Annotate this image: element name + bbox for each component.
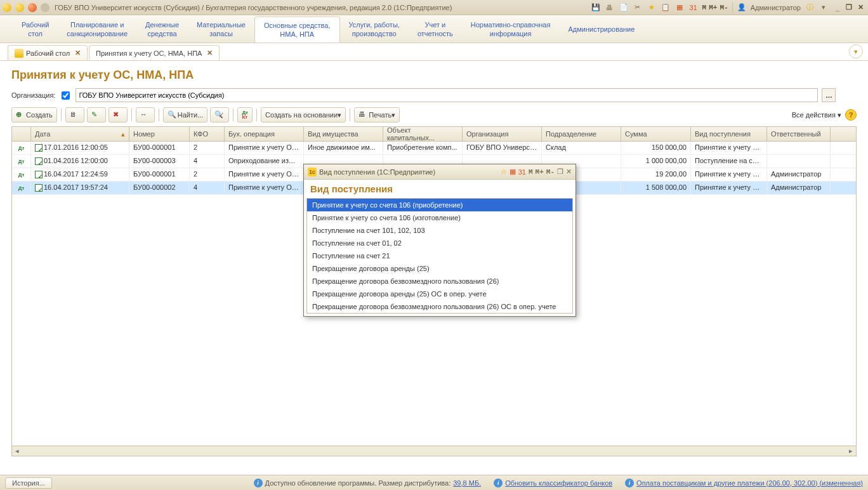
tab-docs[interactable]: Принятия к учету ОС, НМА, НПА ✕ <box>89 45 220 60</box>
popup-list-item[interactable]: Поступление на счет 21 <box>307 249 572 262</box>
all-actions-button[interactable]: Все действия ▾ <box>792 111 841 119</box>
nav-money[interactable]: Денежныесредства <box>136 15 188 43</box>
calendar-icon[interactable]: 31 <box>688 3 699 13</box>
swap-icon: ↔ <box>140 110 149 119</box>
info-icon: i <box>625 479 634 487</box>
sysbtn-1c-icon[interactable] <box>3 3 11 12</box>
col-org[interactable]: Организация <box>463 127 542 141</box>
nav-planning[interactable]: Планирование исанкционирование <box>58 15 136 43</box>
cut-icon[interactable]: ✂ <box>633 3 643 13</box>
help-button[interactable]: ? <box>845 109 857 121</box>
create-based-button[interactable]: Создать на основании ▾ <box>261 107 346 122</box>
download-size-link[interactable]: 39,8 МБ. <box>453 479 481 487</box>
edit-button[interactable]: ✎ <box>87 107 106 122</box>
popup-titlebar[interactable]: 1c Вид поступления (1С:Предприятие) ☆ ▦ … <box>304 164 575 180</box>
popup-list[interactable]: Принятие к учету со счета 106 (приобрете… <box>306 198 573 314</box>
search-icon: 🔍 <box>168 110 176 119</box>
popup-list-item[interactable]: Принятие к учету со счета 106 (изготовле… <box>307 211 572 224</box>
popup-list-item[interactable]: Поступление на счет 01, 02 <box>307 237 572 249</box>
doc-icon[interactable]: 📄 <box>619 3 629 13</box>
info-icon[interactable]: ⓘ <box>805 3 815 13</box>
popup-star-icon[interactable]: ☆ <box>501 168 507 176</box>
find-button[interactable]: 🔍Найти... <box>163 107 208 122</box>
delete-icon: ✖ <box>113 110 122 119</box>
sysbtn-menu-icon[interactable] <box>15 3 24 12</box>
col-dept[interactable]: Подразделение <box>542 127 621 141</box>
plus-icon: ⊕ <box>16 110 25 119</box>
close-icon[interactable]: ✕ <box>855 3 865 12</box>
col-resp[interactable]: Ответственный <box>767 127 831 141</box>
nav-desktop[interactable]: Рабочийстол <box>13 15 58 43</box>
nav-refs[interactable]: Нормативно-справочнаяинформация <box>462 15 560 43</box>
popup-restore-icon[interactable]: ❐ <box>557 168 563 176</box>
maximize-icon[interactable]: ❐ <box>844 3 854 12</box>
clear-find-button[interactable]: 🔍̷ <box>210 107 229 122</box>
window-title: ГОБУ ВПО Университет искусств (Субсидия)… <box>49 4 591 11</box>
popup-list-item[interactable]: Прекращение договора безвозмездного поль… <box>307 300 572 313</box>
delete-button[interactable]: ✖ <box>109 107 128 122</box>
minimize-icon[interactable]: _ <box>832 3 843 12</box>
h-scrollbar[interactable]: ◂ ▸ <box>11 446 857 456</box>
print-icon[interactable]: 🖶 <box>605 3 615 13</box>
sysbtn-fwd-icon[interactable] <box>41 3 49 12</box>
printer-icon: 🖶 <box>358 110 367 119</box>
popup-list-item[interactable]: Прекращение договора безвозмездного поль… <box>307 275 572 288</box>
scroll-right-icon[interactable]: ▸ <box>846 446 856 456</box>
nav-admin[interactable]: Администрирование <box>559 15 643 43</box>
clear-search-icon: 🔍̷ <box>214 110 223 119</box>
tab-close-icon[interactable]: ✕ <box>207 49 213 57</box>
popup-list-item[interactable]: Прекращение договора аренды (25) <box>307 262 572 275</box>
tabs-menu-button[interactable]: ▾ <box>849 44 863 58</box>
col-obj[interactable]: Объект капитальных... <box>383 127 463 141</box>
banks-link[interactable]: Обновить классификатор банков <box>505 479 612 487</box>
refresh-button[interactable]: ↔ <box>136 107 155 122</box>
popup-list-item[interactable]: Поступление на счет 101, 102, 103 <box>307 224 572 237</box>
popup-heading: Вид поступления <box>310 183 569 194</box>
m-buttons[interactable]: MM+M- <box>702 4 728 11</box>
col-date[interactable]: Дата▴ <box>31 127 129 141</box>
status-banks: i Обновить классификатор банков <box>494 479 612 487</box>
sysbtn-back-icon[interactable] <box>28 3 37 12</box>
popup-calendar-icon[interactable]: 31 <box>518 168 526 176</box>
nav-services[interactable]: Услуги, работы,производство <box>340 15 409 43</box>
col-kind[interactable]: Вид имущества <box>304 127 383 141</box>
filter-select-button[interactable]: … <box>822 88 836 102</box>
calc-icon[interactable]: ▦ <box>674 3 685 13</box>
copy-button[interactable]: 🗎 <box>65 107 84 122</box>
tab-desktop[interactable]: Рабочий стол ✕ <box>8 45 88 60</box>
clipboard-icon[interactable]: 📋 <box>661 3 671 13</box>
nav-materials[interactable]: Материальныезапасы <box>188 15 254 43</box>
nav-os[interactable]: Основные средства,НМА, НПА <box>254 17 340 43</box>
star-icon[interactable]: ★ <box>647 3 657 13</box>
tab-close-icon[interactable]: ✕ <box>75 49 81 57</box>
history-button[interactable]: История... <box>5 477 52 489</box>
dtkt-icon: ДтКт <box>242 110 248 119</box>
titlebar: ГОБУ ВПО Университет искусств (Субсидия)… <box>0 0 868 15</box>
nav-accounting[interactable]: Учет иотчетность <box>409 15 462 43</box>
dtkt-button[interactable]: ДтКт <box>237 107 253 122</box>
print-button[interactable]: 🖶Печать ▾ <box>354 107 400 122</box>
col-op[interactable]: Бух. операция <box>225 127 304 141</box>
col-kfo[interactable]: КФО <box>190 127 225 141</box>
dropdown-icon[interactable]: ▾ <box>819 3 829 13</box>
popup-calc-icon[interactable]: ▦ <box>510 168 516 176</box>
popup-m-buttons[interactable]: MM+M- <box>529 168 555 176</box>
popup-list-item[interactable]: Принятие к учету со счета 106 (приобрете… <box>307 199 572 211</box>
table-row[interactable]: ДтКт17.01.2016 12:00:05БУ00-0000012Приня… <box>12 142 856 155</box>
filter-row: Организация: … <box>11 88 857 102</box>
col-icon[interactable] <box>12 127 31 141</box>
main-nav: Рабочийстол Планирование исанкционирован… <box>0 15 868 43</box>
col-num[interactable]: Номер <box>129 127 190 141</box>
col-sum[interactable]: Сумма <box>621 127 691 141</box>
scroll-left-icon[interactable]: ◂ <box>12 446 22 456</box>
save-icon[interactable]: 💾 <box>591 3 601 13</box>
col-rcpt[interactable]: Вид поступления <box>691 127 767 141</box>
filter-checkbox[interactable] <box>62 91 70 100</box>
create-button[interactable]: ⊕Создать <box>11 107 57 122</box>
filter-label: Организация: <box>11 91 55 99</box>
popup-close-icon[interactable]: ✕ <box>566 168 572 176</box>
payment-link[interactable]: Оплата поставщикам и другие платежи (206… <box>636 479 863 487</box>
org-filter-input[interactable] <box>76 88 818 102</box>
grid-header: Дата▴ Номер КФО Бух. операция Вид имущес… <box>11 126 857 142</box>
popup-list-item[interactable]: Прекращение договора аренды (25) ОС в оп… <box>307 288 572 300</box>
